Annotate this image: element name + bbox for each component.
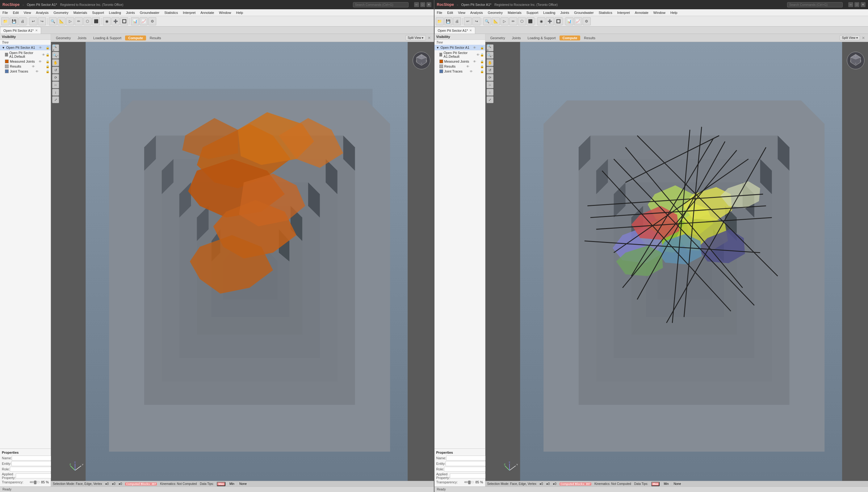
menu-groundwater-left[interactable]: Groundwater: [138, 9, 162, 16]
left-traces-eye-icon[interactable]: 👁: [35, 70, 39, 73]
left-project-lock-icon[interactable]: 🔒: [46, 46, 49, 49]
right-transparency-slider[interactable]: [464, 481, 474, 483]
tb-measure-right[interactable]: 📐: [492, 17, 500, 25]
tb-chart-left[interactable]: 📊: [131, 17, 139, 25]
right-tree-project[interactable]: ▼ Open Pit Sector A1 👁 🔒: [434, 45, 485, 50]
left-maximize-button[interactable]: □: [420, 2, 425, 7]
left-split-view-button[interactable]: Split View ▾: [405, 35, 426, 41]
right-tool-reset[interactable]: ⟳: [487, 74, 493, 81]
left-project-eye-icon[interactable]: 👁: [39, 46, 42, 49]
tb-graph-left[interactable]: 📈: [140, 17, 148, 25]
tb-undo-left[interactable]: ↩: [29, 17, 38, 25]
menu-geometry-left[interactable]: Geometry: [51, 9, 71, 16]
left-default-lock-icon[interactable]: 🔒: [46, 53, 49, 56]
menu-analysis-left[interactable]: Analysis: [33, 9, 51, 16]
left-tree-node-traces[interactable]: Joint Traces 👁 🔒: [0, 69, 51, 74]
menu-joints-left[interactable]: Joints: [123, 9, 138, 16]
tb-save-left[interactable]: 💾: [10, 17, 18, 25]
menu-view-right[interactable]: View: [455, 9, 468, 16]
left-default-eye-icon[interactable]: 👁: [42, 53, 45, 56]
left-none-button[interactable]: None: [238, 482, 248, 486]
tb-open-right[interactable]: 📁: [436, 17, 444, 25]
left-tool-moveH[interactable]: ↔: [52, 81, 59, 88]
tb-shape1-left[interactable]: ⬡: [83, 17, 91, 25]
menu-materials-left[interactable]: Materials: [71, 9, 90, 16]
left-doc-tab[interactable]: Open Pit Sector A1* ✕: [0, 27, 41, 34]
left-doc-tab-close[interactable]: ✕: [35, 29, 38, 32]
right-default-lock-icon[interactable]: 🔒: [480, 53, 484, 56]
menu-file-left[interactable]: File: [0, 9, 10, 16]
tb-select-left[interactable]: ▷: [66, 17, 74, 25]
menu-view-left[interactable]: View: [21, 9, 34, 16]
left-tree-node-results[interactable]: Results 👁 🔒: [0, 64, 51, 69]
right-tab-geometry[interactable]: Geometry: [487, 35, 508, 41]
right-split-view-button[interactable]: Split View ▾: [840, 35, 860, 41]
right-prop-name-input[interactable]: [446, 456, 491, 461]
tb-redo-left[interactable]: ↪: [38, 17, 46, 25]
tb-settings-left[interactable]: ⚙: [148, 17, 156, 25]
tb-box-right[interactable]: 🔲: [555, 17, 562, 25]
menu-edit-left[interactable]: Edit: [10, 9, 21, 16]
left-prop-entity-input[interactable]: [11, 461, 56, 466]
tb-box-left[interactable]: 🔲: [120, 17, 128, 25]
left-search-input[interactable]: [353, 2, 409, 7]
right-tool-moveH[interactable]: ↔: [487, 81, 493, 88]
menu-support-left[interactable]: Support: [90, 9, 106, 16]
menu-window-left[interactable]: Window: [216, 9, 234, 16]
menu-loading-right[interactable]: Loading: [541, 9, 558, 16]
tb-settings-right[interactable]: ⚙: [583, 17, 591, 25]
right-measured-eye-icon[interactable]: 👁: [473, 60, 476, 63]
menu-support-right[interactable]: Support: [524, 9, 541, 16]
tb-point-right[interactable]: ◉: [537, 17, 545, 25]
right-close-button[interactable]: ✕: [861, 2, 866, 7]
left-tool-zoom-in[interactable]: 🔍+: [52, 45, 59, 51]
left-tree-node-measured[interactable]: Measured Joints 👁 🔒: [0, 59, 51, 64]
right-tree-node-default[interactable]: Open Pit Sector A1.Default 👁 🔒: [434, 50, 485, 59]
tb-plus-right[interactable]: ➕: [546, 17, 554, 25]
right-prop-entity-input[interactable]: [445, 461, 491, 466]
left-tool-reset[interactable]: ⟳: [52, 74, 59, 81]
left-tree-project[interactable]: ▼ Open Pit Sector A1 👁 🔒: [0, 45, 51, 50]
right-search-input[interactable]: [787, 2, 843, 7]
tb-zoom-left[interactable]: 🔍: [49, 17, 57, 25]
right-none-button[interactable]: None: [673, 482, 682, 486]
menu-analysis-right[interactable]: Analysis: [468, 9, 485, 16]
left-traces-lock-icon[interactable]: 🔒: [46, 70, 49, 73]
menu-edit-right[interactable]: Edit: [445, 9, 455, 16]
left-prop-role-input[interactable]: [10, 467, 55, 472]
menu-statistics-right[interactable]: Statistics: [596, 9, 615, 16]
right-tab-loading[interactable]: Loading & Support: [525, 35, 559, 41]
tb-redo-right[interactable]: ↪: [473, 17, 480, 25]
menu-window-right[interactable]: Window: [651, 9, 668, 16]
tb-print-right[interactable]: 🖨: [453, 17, 461, 25]
tb-chart-right[interactable]: 📊: [565, 17, 573, 25]
left-minimize-button[interactable]: ─: [414, 2, 419, 7]
right-doc-tab[interactable]: Open Pit Sector A1* ✕: [434, 27, 476, 34]
right-tool-zoom-in[interactable]: 🔍+: [487, 45, 493, 51]
tb-point-left[interactable]: ◉: [103, 17, 111, 25]
tb-graph-right[interactable]: 📈: [574, 17, 582, 25]
right-transparency-thumb[interactable]: [468, 481, 471, 484]
tb-plus-left[interactable]: ➕: [112, 17, 120, 25]
right-tab-joints[interactable]: Joints: [509, 35, 524, 41]
tb-open-left[interactable]: 📁: [1, 17, 9, 25]
menu-materials-right[interactable]: Materials: [505, 9, 524, 16]
right-min-button[interactable]: Min: [662, 482, 670, 486]
menu-annotate-left[interactable]: Annotate: [198, 9, 216, 16]
left-close-button[interactable]: ✕: [427, 2, 431, 7]
right-tool-expand[interactable]: ⤢: [487, 96, 493, 103]
left-tool-moveV[interactable]: ↕: [52, 89, 59, 96]
right-max-button[interactable]: Max: [651, 482, 660, 486]
left-prop-name-input[interactable]: [12, 456, 57, 461]
right-tab-results[interactable]: Results: [581, 35, 598, 41]
tb-shape2-right[interactable]: ⬛: [527, 17, 534, 25]
right-results-lock-icon[interactable]: 🔒: [480, 65, 484, 68]
tb-shape2-left[interactable]: ⬛: [92, 17, 100, 25]
left-results-lock-icon[interactable]: 🔒: [46, 65, 49, 68]
left-tool-pan[interactable]: ✋: [52, 59, 59, 66]
left-measured-eye-icon[interactable]: 👁: [39, 60, 42, 63]
right-results-eye-icon[interactable]: 👁: [466, 65, 469, 68]
right-measured-lock-icon[interactable]: 🔒: [480, 60, 484, 63]
menu-joints-right[interactable]: Joints: [558, 9, 572, 16]
tb-add-right[interactable]: ✏: [509, 17, 517, 25]
